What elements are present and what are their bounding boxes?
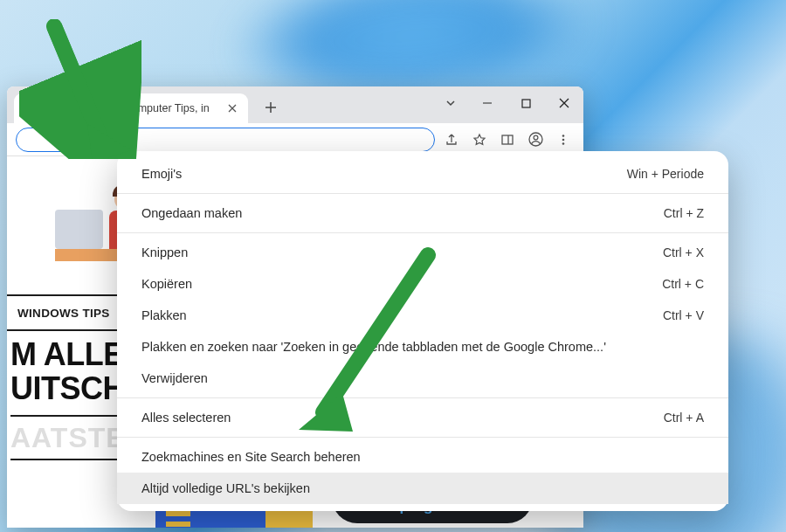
article-headline: M ALLE UITSCH (10, 338, 125, 406)
menu-item-manage-search-engines[interactable]: Zoekmachines en Site Search beheren (117, 441, 728, 473)
minimize-button[interactable] (468, 86, 507, 120)
close-window-button[interactable] (545, 86, 583, 120)
browser-tab[interactable]: PC Tips - Gratis Computer Tips, in (14, 93, 248, 123)
address-bar[interactable] (16, 128, 435, 152)
menu-item-delete[interactable]: Verwijderen (117, 363, 728, 394)
menu-label: Emoji's (141, 167, 182, 181)
menu-separator (117, 437, 728, 438)
menu-separator (117, 232, 728, 233)
menu-item-paste-search[interactable]: Plakken en zoeken naar 'Zoeken in geopen… (117, 331, 728, 363)
menu-shortcut: Ctrl + Z (664, 206, 704, 220)
svg-point-4 (562, 135, 565, 137)
address-bar-context-menu: Emoji's Win + Periode Ongedaan maken Ctr… (117, 151, 728, 511)
share-icon[interactable] (440, 128, 463, 151)
menu-label: Kopiëren (141, 277, 192, 291)
menu-item-undo[interactable]: Ongedaan maken Ctrl + Z (117, 197, 728, 229)
menu-label: Verwijderen (141, 371, 208, 385)
window-controls (433, 86, 583, 120)
menu-label: Plakken (141, 308, 187, 322)
svg-rect-1 (502, 135, 513, 144)
menu-separator (117, 397, 728, 398)
menu-label: Altijd volledige URL's bekijken (141, 481, 310, 495)
menu-shortcut: Ctrl + C (662, 277, 704, 291)
menu-item-cut[interactable]: Knippen Ctrl + X (117, 237, 728, 268)
svg-rect-0 (522, 100, 530, 107)
menu-item-copy[interactable]: Kopiëren Ctrl + C (117, 268, 728, 300)
menu-shortcut: Ctrl + X (663, 245, 704, 259)
maximize-button[interactable] (507, 86, 545, 120)
menu-item-always-show-full-urls[interactable]: Altijd volledige URL's bekijken (117, 473, 728, 504)
bookmark-icon[interactable] (468, 128, 491, 151)
menu-icon[interactable] (552, 128, 575, 151)
menu-label: Plakken en zoeken naar 'Zoeken in geopen… (141, 340, 606, 354)
menu-label: Knippen (141, 245, 188, 259)
menu-label: Ongedaan maken (141, 206, 242, 220)
menu-item-emoji[interactable]: Emoji's Win + Periode (117, 158, 728, 190)
menu-item-select-all[interactable]: Alles selecteren Ctrl + A (117, 402, 728, 433)
menu-label: Zoekmachines en Site Search beheren (141, 450, 361, 464)
profile-icon[interactable] (524, 128, 547, 151)
svg-point-3 (534, 135, 538, 140)
browser-titlebar: PC Tips - Gratis Computer Tips, in (7, 86, 583, 123)
svg-point-5 (562, 138, 565, 141)
tab-favicon (23, 101, 38, 116)
close-tab-icon[interactable] (225, 101, 239, 115)
category-label: WINDOWS TIPS (17, 307, 110, 320)
menu-item-paste[interactable]: Plakken Ctrl + V (117, 300, 728, 331)
menu-shortcut: Win + Periode (627, 167, 704, 181)
menu-shortcut: Ctrl + V (663, 308, 704, 322)
menu-label: Alles selecteren (141, 411, 231, 425)
side-panel-icon[interactable] (496, 128, 519, 151)
menu-shortcut: Ctrl + A (664, 411, 704, 425)
tab-title: PC Tips - Gratis Computer Tips, in (44, 102, 219, 114)
tab-search-button[interactable] (433, 86, 468, 120)
new-tab-button[interactable] (259, 95, 283, 120)
svg-point-6 (562, 142, 565, 145)
menu-separator (117, 193, 728, 194)
